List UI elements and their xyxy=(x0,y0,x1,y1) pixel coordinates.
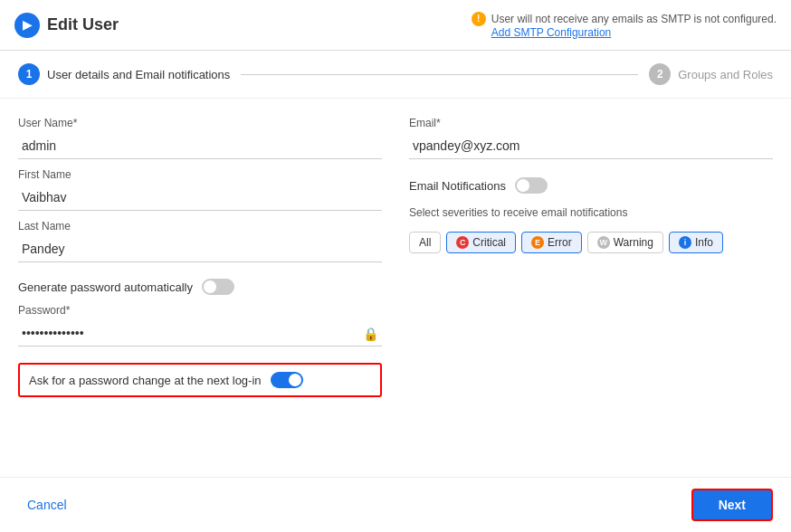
generate-toggle-thumb xyxy=(204,280,216,293)
email-label: Email* xyxy=(409,117,773,129)
ask-password-row: Ask for a password change at the next lo… xyxy=(18,363,382,397)
step-2: 2 Groups and Roles xyxy=(649,63,773,85)
ask-toggle-track xyxy=(271,372,303,388)
password-label: Password* xyxy=(18,304,382,317)
header: ▶ Edit User ! User will not receive any … xyxy=(0,0,791,51)
ask-password-toggle[interactable] xyxy=(271,372,303,388)
severity-critical-label: Critical xyxy=(472,236,506,249)
left-column: User Name* First Name Last Name Generate… xyxy=(18,117,382,477)
stepper: 1 User details and Email notifications 2… xyxy=(0,51,791,99)
password-input[interactable] xyxy=(18,320,382,347)
firstname-label: First Name xyxy=(18,168,382,181)
email-notif-toggle-thumb xyxy=(517,179,529,192)
warning-row: ! User will not receive any emails as SM… xyxy=(472,12,777,26)
severity-warning-label: Warning xyxy=(614,236,653,249)
email-notif-toggle-track xyxy=(515,177,548,194)
username-label: User Name* xyxy=(18,117,382,129)
severity-all-button[interactable]: All xyxy=(409,232,441,253)
email-field-group: Email* xyxy=(409,117,773,159)
ask-toggle-thumb xyxy=(289,374,301,386)
username-field-group: User Name* xyxy=(18,117,382,159)
page-title: Edit User xyxy=(47,15,119,34)
lastname-input[interactable] xyxy=(18,236,382,262)
email-notifications-toggle[interactable] xyxy=(515,177,548,194)
lastname-label: Last Name xyxy=(18,220,382,233)
generate-toggle-track xyxy=(202,279,234,295)
severity-info-label: Info xyxy=(695,236,713,249)
lock-icon: 🔒 xyxy=(363,327,378,341)
email-notifications-label: Email Notifications xyxy=(409,179,506,193)
right-column: Email* Email Notifications Select severi… xyxy=(409,117,773,477)
next-button[interactable]: Next xyxy=(691,489,773,521)
firstname-field-group: First Name xyxy=(18,168,382,211)
severity-info-button[interactable]: i Info xyxy=(669,232,723,253)
warning-icon: W xyxy=(597,236,610,249)
step1-label: User details and Email notifications xyxy=(47,68,230,81)
header-warning: ! User will not receive any emails as SM… xyxy=(472,12,777,39)
form-body: User Name* First Name Last Name Generate… xyxy=(0,99,791,477)
cancel-button[interactable]: Cancel xyxy=(18,492,76,518)
severity-all-label: All xyxy=(419,236,431,249)
severity-buttons-group: All C Critical E Error W Warning xyxy=(409,232,773,253)
severity-error-label: Error xyxy=(548,236,572,249)
edit-user-icon: ▶ xyxy=(14,13,40,38)
password-field-group: Password* 🔒 xyxy=(18,304,382,347)
step-1: 1 User details and Email notifications xyxy=(18,63,230,85)
footer: Cancel Next xyxy=(0,477,791,532)
lastname-field-group: Last Name xyxy=(18,220,382,262)
generate-password-label: Generate password automatically xyxy=(18,280,193,294)
info-icon: i xyxy=(679,236,691,249)
step2-circle: 2 xyxy=(649,63,671,85)
severity-error-button[interactable]: E Error xyxy=(521,232,582,253)
step2-label: Groups and Roles xyxy=(678,68,773,81)
generate-password-toggle[interactable] xyxy=(202,279,234,295)
smtp-link[interactable]: Add SMTP Configuration xyxy=(491,26,612,39)
ask-password-label: Ask for a password change at the next lo… xyxy=(29,374,262,387)
username-input[interactable] xyxy=(18,133,382,159)
warning-icon: ! xyxy=(472,12,486,26)
step-connector xyxy=(241,74,638,75)
header-title: ▶ Edit User xyxy=(14,13,119,38)
severity-select-label: Select severities to receive email notif… xyxy=(409,206,773,219)
modal-container: ▶ Edit User ! User will not receive any … xyxy=(0,0,791,532)
password-wrapper: 🔒 xyxy=(18,320,382,347)
critical-icon: C xyxy=(456,236,469,249)
severity-critical-button[interactable]: C Critical xyxy=(446,232,516,253)
step1-circle: 1 xyxy=(18,63,40,85)
email-notifications-row: Email Notifications xyxy=(409,177,773,194)
generate-password-row: Generate password automatically xyxy=(18,279,382,295)
firstname-input[interactable] xyxy=(18,185,382,211)
error-icon: E xyxy=(531,236,544,249)
severity-warning-button[interactable]: W Warning xyxy=(587,232,663,253)
email-input[interactable] xyxy=(409,133,773,159)
warning-text: User will not receive any emails as SMTP… xyxy=(491,13,777,25)
